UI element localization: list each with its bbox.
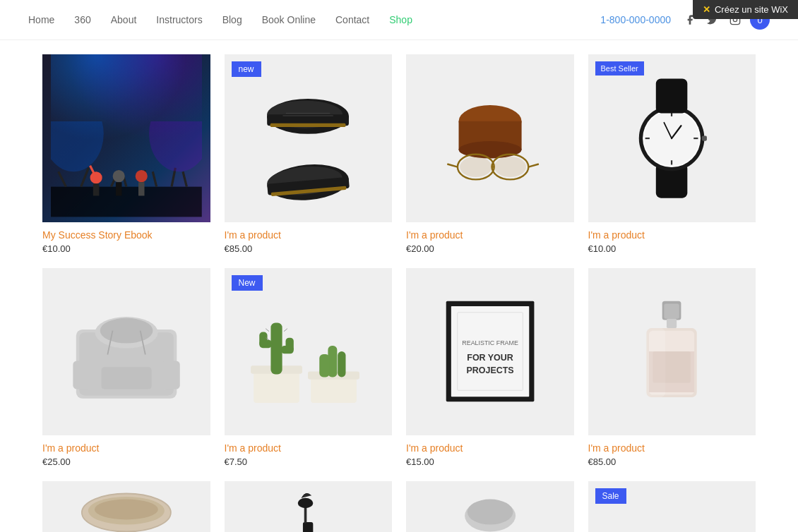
product-card-8[interactable]: I'm a product €85.00 [588, 268, 756, 468]
product-price-1: €10.00 [42, 243, 210, 254]
svg-point-57 [100, 318, 153, 344]
svg-rect-69 [259, 332, 267, 346]
product-price-6: €7.50 [225, 457, 393, 467]
nav-about[interactable]: About [111, 14, 137, 25]
product-image-wrap-2: new [225, 54, 393, 222]
product-card-2[interactable]: new I'm a product €85.00 [225, 54, 393, 254]
svg-rect-25 [270, 123, 346, 126]
svg-rect-77 [319, 354, 330, 377]
product-image-wrap-6: New [225, 268, 393, 436]
svg-rect-3 [51, 187, 202, 217]
product-card-9[interactable] [42, 481, 210, 532]
bottom2-illustration [249, 484, 367, 532]
svg-line-40 [447, 164, 458, 167]
product-card-6[interactable]: New [225, 268, 393, 468]
badge-new: new [232, 61, 261, 77]
svg-rect-60 [101, 368, 151, 389]
glasses-illustration [427, 75, 553, 201]
svg-text:FOR YOUR: FOR YOUR [467, 353, 513, 363]
svg-rect-14 [93, 183, 100, 195]
svg-rect-16 [116, 182, 122, 195]
product-card-11[interactable] [406, 481, 574, 532]
product-image-wrap-3 [406, 54, 574, 222]
product-image-wrap-5 [42, 268, 210, 436]
product-price-7: €15.00 [406, 457, 574, 467]
nav-home[interactable]: Home [28, 14, 54, 25]
cactus-illustration [245, 289, 371, 414]
svg-rect-91 [649, 351, 694, 392]
product-grid: My Success Story Ebook €10.00 new [0, 40, 798, 532]
svg-rect-95 [303, 522, 313, 532]
product-card-7[interactable]: REALISTIC FRAME FOR YOUR PROJECTS I'm a … [406, 268, 574, 468]
product-title-5: I'm a product [42, 442, 210, 454]
badge-best-seller: Best Seller [595, 61, 644, 75]
product-title-7: I'm a product [406, 442, 574, 454]
svg-line-72 [266, 329, 269, 332]
nav-links: Home 360 About Instructors Blog Book Onl… [28, 14, 600, 25]
product-card-10[interactable] [225, 481, 393, 532]
nav-instructors[interactable]: Instructors [156, 14, 202, 25]
svg-text:REALISTIC FRAME: REALISTIC FRAME [462, 339, 518, 346]
product-card-12[interactable]: Sale [588, 481, 756, 532]
product-title-1: My Success Story Ebook [42, 229, 210, 241]
svg-line-4 [59, 171, 66, 186]
svg-rect-76 [338, 351, 345, 377]
nav-shop[interactable]: Shop [389, 14, 412, 25]
svg-rect-18 [138, 182, 145, 195]
product-title-6: I'm a product [225, 442, 393, 454]
svg-line-10 [153, 171, 156, 186]
nav-360[interactable]: 360 [74, 14, 90, 25]
badge-new2: New [232, 275, 263, 291]
svg-point-15 [113, 170, 125, 182]
svg-rect-71 [286, 338, 294, 352]
product-image-wrap-4: Best Seller [588, 54, 756, 222]
nav-contact[interactable]: Contact [335, 14, 369, 25]
main-nav: Home 360 About Instructors Blog Book Onl… [0, 0, 798, 40]
nav-book-online[interactable]: Book Online [262, 14, 316, 25]
svg-rect-85 [665, 304, 679, 319]
product-image-wrap-7: REALISTIC FRAME FOR YOUR PROJECTS [406, 268, 574, 436]
svg-point-38 [494, 157, 525, 177]
svg-point-17 [136, 170, 148, 182]
shoes-illustration [245, 75, 371, 201]
perfume-illustration [609, 289, 734, 414]
svg-point-36 [460, 157, 492, 177]
bottom1-illustration [51, 484, 202, 532]
svg-point-99 [467, 500, 513, 525]
product-image-wrap-11 [406, 481, 574, 532]
hoodie-illustration [64, 289, 189, 414]
svg-rect-79 [451, 306, 529, 397]
svg-rect-86 [667, 319, 677, 328]
svg-line-41 [528, 164, 539, 167]
product-title-4: I'm a product [588, 229, 756, 241]
wix-banner[interactable]: ✕ Créez un site WiX [693, 0, 798, 19]
watch-illustration [609, 75, 734, 201]
product-image-wrap-9 [42, 481, 210, 532]
product-price-5: €25.00 [42, 457, 210, 467]
product-card-3[interactable]: I'm a product €20.00 [406, 54, 574, 254]
product-image-wrap-1 [42, 54, 210, 222]
svg-line-5 [81, 168, 89, 187]
product-image-wrap-10 [225, 481, 393, 532]
product-price-3: €20.00 [406, 243, 574, 254]
svg-text:PROJECTS: PROJECTS [466, 365, 513, 375]
product-image-wrap-8 [588, 268, 756, 436]
svg-point-94 [95, 500, 158, 520]
svg-point-97 [298, 498, 314, 508]
wix-close-icon: ✕ [703, 4, 710, 15]
svg-line-74 [284, 329, 287, 332]
product-title-3: I'm a product [406, 229, 574, 241]
product-card-5[interactable]: I'm a product €25.00 [42, 268, 210, 468]
product-title-2: I'm a product [225, 229, 393, 241]
nav-blog[interactable]: Blog [222, 14, 242, 25]
product-price-2: €85.00 [225, 243, 393, 254]
svg-line-12 [183, 171, 186, 186]
product-price-4: €10.00 [588, 243, 756, 254]
product-image-wrap-12: Sale [588, 481, 756, 532]
svg-rect-67 [271, 323, 282, 375]
svg-point-21 [149, 121, 202, 171]
product-card-4[interactable]: Best Seller I'm [588, 54, 756, 254]
product-price-8: €85.00 [588, 457, 756, 467]
product-title-8: I'm a product [588, 442, 756, 454]
product-card-1[interactable]: My Success Story Ebook €10.00 [42, 54, 210, 254]
